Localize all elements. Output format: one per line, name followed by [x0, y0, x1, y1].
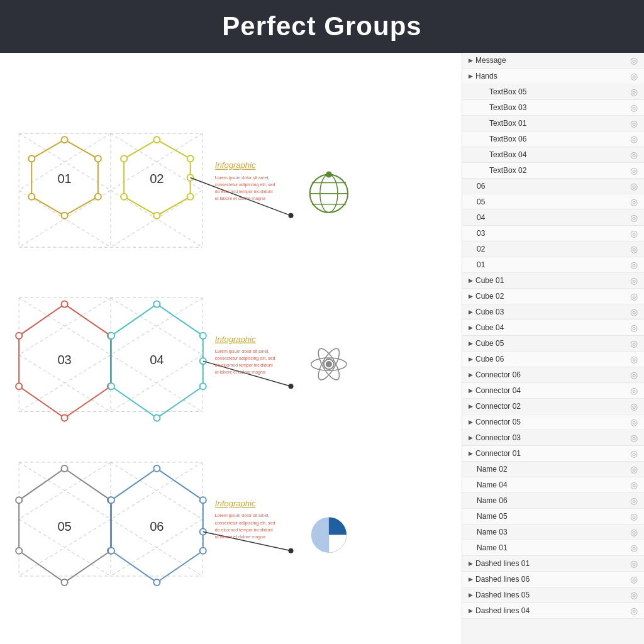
sidebar-item-label: Hands	[475, 72, 630, 80]
sidebar-item[interactable]: TextBox 01◎	[462, 116, 644, 131]
eye-icon[interactable]: ◎	[630, 323, 638, 333]
eye-icon[interactable]: ◎	[630, 543, 638, 553]
sidebar-item[interactable]: ▶Cube 04◎	[462, 320, 644, 336]
expand-arrow: ▶	[469, 592, 473, 598]
sidebar-item[interactable]: ▶Connector 01◎	[462, 446, 644, 462]
eye-icon[interactable]: ◎	[630, 118, 638, 128]
svg-point-49	[187, 155, 194, 162]
svg-text:do eiusmod tempor incididunt: do eiusmod tempor incididunt	[215, 189, 273, 194]
eye-icon[interactable]: ◎	[630, 181, 638, 191]
sidebar-item[interactable]: ▶Dashed lines 06◎	[462, 572, 644, 587]
sidebar-item[interactable]: ▶Dashed lines 05◎	[462, 587, 644, 603]
sidebar-item[interactable]: 06◎	[462, 179, 644, 194]
sidebar-item[interactable]: Name 05◎	[462, 509, 644, 525]
eye-icon[interactable]: ◎	[630, 590, 638, 600]
svg-text:02: 02	[150, 172, 164, 186]
expand-arrow: ▶	[469, 576, 473, 582]
svg-point-109	[200, 548, 206, 554]
sidebar-item[interactable]: ▶Cube 06◎	[462, 352, 644, 367]
sidebar-item[interactable]: 01◎	[462, 257, 644, 273]
sidebar-item[interactable]: 02◎	[462, 242, 644, 257]
sidebar-item[interactable]: ▶Dashed lines 04◎	[462, 603, 644, 619]
svg-point-73	[62, 415, 68, 421]
svg-point-68	[326, 171, 332, 177]
sidebar-item[interactable]: ▶Connector 06◎	[462, 367, 644, 383]
eye-icon[interactable]: ◎	[630, 87, 638, 97]
eye-icon[interactable]: ◎	[630, 150, 638, 160]
eye-icon[interactable]: ◎	[630, 165, 638, 175]
sidebar-item-label: 05	[477, 197, 630, 206]
svg-point-81	[153, 415, 160, 421]
eye-icon[interactable]: ◎	[630, 134, 638, 144]
sidebar-item[interactable]: Name 02◎	[462, 462, 644, 477]
eye-icon[interactable]: ◎	[630, 370, 638, 380]
expand-arrow: ▶	[469, 325, 473, 331]
eye-icon[interactable]: ◎	[630, 338, 638, 348]
eye-icon[interactable]: ◎	[630, 275, 638, 286]
eye-icon[interactable]: ◎	[630, 55, 638, 65]
eye-icon[interactable]: ◎	[630, 244, 638, 254]
sidebar-item[interactable]: ▶Cube 02◎	[462, 289, 644, 304]
canvas-area: 01 02 Infographic Lorem ipsum dolor sit …	[0, 53, 462, 644]
eye-icon[interactable]: ◎	[630, 606, 638, 616]
sidebar-item[interactable]: TextBox 02◎	[462, 163, 644, 179]
eye-icon[interactable]: ◎	[630, 417, 638, 427]
eye-icon[interactable]: ◎	[630, 511, 638, 521]
sidebar-item[interactable]: 04◎	[462, 210, 644, 226]
eye-icon[interactable]: ◎	[630, 213, 638, 223]
svg-point-53	[121, 155, 127, 162]
sidebar-item[interactable]: ▶Connector 02◎	[462, 399, 644, 414]
svg-text:Infographic: Infographic	[215, 499, 256, 508]
sidebar-item[interactable]: Name 04◎	[462, 477, 644, 493]
svg-point-45	[28, 155, 35, 162]
eye-icon[interactable]: ◎	[630, 260, 638, 270]
eye-icon[interactable]: ◎	[630, 574, 638, 584]
sidebar-item[interactable]: Name 06◎	[462, 493, 644, 509]
eye-icon[interactable]: ◎	[630, 71, 638, 81]
sidebar-item[interactable]: ▶Dashed lines 01◎	[462, 556, 644, 572]
sidebar-item[interactable]: ▶Cube 03◎	[462, 304, 644, 320]
eye-icon[interactable]: ◎	[630, 496, 638, 506]
eye-icon[interactable]: ◎	[630, 354, 638, 364]
sidebar-item-label: Connector 02	[475, 402, 630, 411]
page-title: Perfect Groups	[0, 0, 644, 53]
sidebar-item[interactable]: ▶Connector 03◎	[462, 430, 644, 446]
eye-icon[interactable]: ◎	[630, 448, 638, 458]
eye-icon[interactable]: ◎	[630, 197, 638, 207]
eye-icon[interactable]: ◎	[630, 103, 638, 113]
eye-icon[interactable]: ◎	[630, 386, 638, 396]
expand-arrow: ▶	[469, 309, 473, 315]
sidebar-item[interactable]: TextBox 04◎	[462, 147, 644, 163]
sidebar-item[interactable]: ▶Connector 04◎	[462, 383, 644, 399]
expand-arrow: ▶	[469, 340, 473, 347]
eye-icon[interactable]: ◎	[630, 291, 638, 301]
svg-point-40	[62, 136, 68, 143]
eye-icon[interactable]: ◎	[630, 401, 638, 411]
eye-icon[interactable]: ◎	[630, 480, 638, 490]
sidebar-item[interactable]: ▶Hands◎	[462, 69, 644, 84]
sidebar-item[interactable]: TextBox 06◎	[462, 131, 644, 147]
sidebar-item[interactable]: 03◎	[462, 226, 644, 242]
eye-icon[interactable]: ◎	[630, 527, 638, 537]
sidebar-item-label: Cube 04	[475, 323, 630, 332]
sidebar-item[interactable]: Name 01◎	[462, 540, 644, 556]
sidebar-item-label: Connector 04	[475, 386, 630, 395]
sidebar-item[interactable]: ▶Connector 05◎	[462, 414, 644, 430]
eye-icon[interactable]: ◎	[630, 228, 638, 238]
eye-icon[interactable]: ◎	[630, 558, 638, 569]
eye-icon[interactable]: ◎	[630, 307, 638, 317]
svg-point-85	[200, 358, 206, 364]
eye-icon[interactable]: ◎	[630, 433, 638, 443]
sidebar-item[interactable]: 05◎	[462, 194, 644, 210]
svg-point-111	[108, 548, 114, 554]
sidebar-item[interactable]: Name 03◎	[462, 525, 644, 540]
sidebar-item-label: 04	[477, 213, 630, 222]
eye-icon[interactable]: ◎	[630, 464, 638, 474]
sidebar-item[interactable]: ▶Cube 05◎	[462, 336, 644, 352]
svg-point-41	[95, 155, 101, 162]
expand-arrow: ▶	[469, 450, 473, 457]
sidebar-item[interactable]: TextBox 03◎	[462, 100, 644, 116]
sidebar-item[interactable]: TextBox 05◎	[462, 84, 644, 100]
sidebar-item[interactable]: ▶Cube 01◎	[462, 273, 644, 289]
sidebar-item[interactable]: ▶Message◎	[462, 53, 644, 69]
